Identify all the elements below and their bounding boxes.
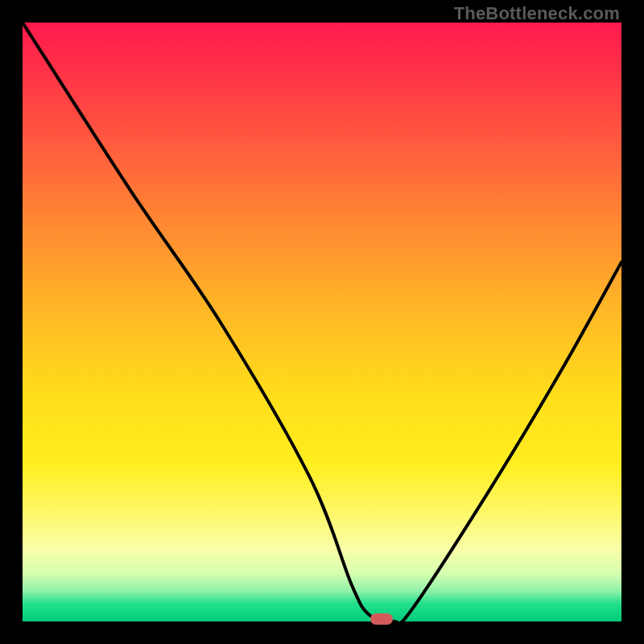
bottleneck-curve — [23, 23, 621, 621]
chart-frame: TheBottleneck.com — [0, 0, 644, 644]
plot-area — [23, 23, 621, 621]
watermark-text: TheBottleneck.com — [454, 3, 620, 24]
optimal-marker — [370, 613, 393, 625]
